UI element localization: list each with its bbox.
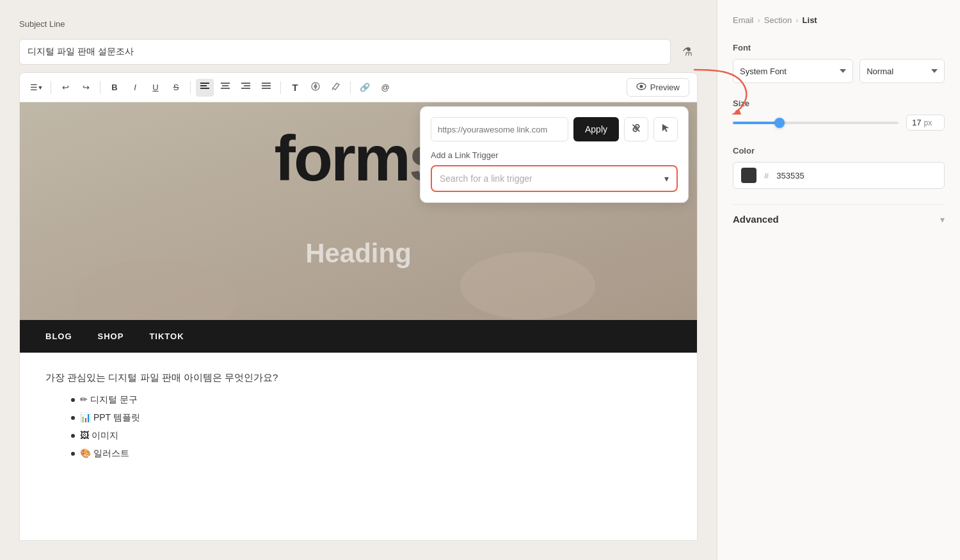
breadcrumb-section[interactable]: Section [764,15,792,25]
preview-btn[interactable]: Preview [627,78,689,97]
strikethrough-btn[interactable]: S [167,79,185,97]
color-row[interactable]: # 353535 [733,162,945,189]
align-center-icon [221,83,230,92]
link-trigger-search[interactable]: Search for a link trigger ▾ [431,165,678,192]
color-swatch [741,168,756,183]
link-unlink-btn[interactable] [624,117,648,141]
italic-btn[interactable]: I [126,79,144,97]
chevron-down-icon: ▾ [664,173,669,184]
mention-icon: @ [381,83,389,92]
align-right-btn[interactable] [237,79,255,97]
bullet-dot-4 [71,452,75,456]
divider-3 [190,81,191,94]
flask-icon[interactable]: ⚗ [677,42,698,62]
link-popup: Apply [420,106,689,203]
email-body: 가장 관심있는 디지털 파일 판매 아이템은 무엇인가요? ✏ 디지털 문구 📊… [20,353,697,479]
size-slider-thumb[interactable] [774,118,785,128]
font-row: System Font Arial Georgia Helvetica Norm… [733,59,945,83]
link-trigger-placeholder: Search for a link trigger [440,173,532,184]
color-value: 353535 [776,171,804,180]
color-hash: # [764,171,769,180]
font-label: Font [733,43,945,52]
preview-eye-icon [636,83,646,92]
underline-btn[interactable]: U [147,79,164,97]
nav-item-blog[interactable]: BLOG [45,332,72,341]
fill-color-btn[interactable] [307,79,324,97]
svg-rect-10 [262,85,271,86]
svg-rect-8 [241,88,250,89]
link-url-input[interactable] [431,117,568,141]
link-trigger-label: Add a Link Trigger [431,150,678,160]
link-unlink-icon [631,123,641,136]
list-item-4-text: 🎨 일러스트 [80,448,129,460]
email-list: ✏ 디지털 문구 📊 PPT 템플릿 🖼 이미지 🎨 일러스트 [45,394,671,460]
divider-4 [280,81,281,94]
link-btn[interactable]: 🔗 [356,79,374,97]
svg-rect-4 [222,85,228,86]
align-justify-btn[interactable] [257,79,275,97]
subject-line-label: Subject Line [19,19,698,29]
bullet-dot-3 [71,434,75,438]
svg-rect-2 [200,88,209,89]
fill-color-icon [311,82,320,93]
cursor-btn[interactable] [653,117,678,141]
underline-icon: U [152,83,158,92]
size-label: Size [733,99,945,108]
right-panel: Email › Section › List Font System Font … [717,0,960,560]
advanced-section[interactable]: Advanced ▾ [733,204,945,234]
svg-line-13 [332,88,333,90]
pencil-icon [332,82,340,93]
list-btn[interactable]: ☰ ▼ [28,79,45,97]
font-select[interactable]: System Font Arial Georgia Helvetica [733,59,853,83]
advanced-label: Advanced [733,214,779,225]
redo-icon: ↪ [83,83,90,92]
list-item: 🎨 일러스트 [71,448,671,460]
size-value-box: 17 px [906,115,945,131]
breadcrumb-email[interactable]: Email [733,15,754,25]
list-item: ✏ 디지털 문구 [71,394,671,406]
breadcrumb: Email › Section › List [733,15,945,25]
editor-area: Subject Line ⚗ ☰ ▼ ↩ ↪ B [0,0,717,560]
font-weight-select[interactable]: Normal Bold Light Medium [860,59,945,83]
bullet-dot-2 [71,416,75,420]
svg-rect-9 [262,83,271,84]
divider-1 [51,81,51,94]
subject-line-row: ⚗ [19,39,698,65]
pencil-btn[interactable] [327,79,345,97]
divider-5 [350,81,351,94]
hero-brand-text: forms [275,122,443,195]
font-section: Font System Font Arial Georgia Helvetica… [733,43,945,83]
align-center-btn[interactable] [216,79,234,97]
nav-item-tiktok[interactable]: TIKTOK [149,332,184,341]
size-unit: px [924,118,932,127]
size-value: 17 [912,118,921,127]
color-label: Color [733,146,945,156]
align-left-btn[interactable] [196,79,214,97]
redo-btn[interactable]: ↪ [77,79,95,97]
bold-btn[interactable]: B [106,79,124,97]
svg-rect-0 [200,83,209,84]
bullet-dot-1 [71,398,75,402]
text-size-btn[interactable]: T [286,79,304,97]
preview-label: Preview [650,83,680,92]
subject-input[interactable] [19,39,671,65]
svg-point-20 [460,252,596,319]
svg-point-15 [639,85,643,88]
undo-btn[interactable]: ↩ [56,79,74,97]
main-layout: Subject Line ⚗ ☰ ▼ ↩ ↪ B [0,0,960,560]
mention-btn[interactable]: @ [376,79,394,97]
align-right-icon [241,83,250,92]
toolbar: ☰ ▼ ↩ ↪ B I U [19,72,698,102]
hero-heading-text: Heading [305,238,412,269]
italic-icon: I [134,83,136,92]
svg-rect-6 [241,83,250,84]
link-popup-row: Apply [431,117,678,141]
color-section: Color # 353535 [733,146,945,189]
list-item-1-text: ✏ 디지털 문구 [80,394,138,406]
nav-item-shop[interactable]: SHOP [98,332,124,341]
svg-rect-1 [200,85,207,86]
svg-rect-7 [244,85,250,86]
link-icon: 🔗 [360,83,370,92]
advanced-chevron-icon: ▾ [940,214,945,225]
apply-btn[interactable]: Apply [573,117,619,141]
